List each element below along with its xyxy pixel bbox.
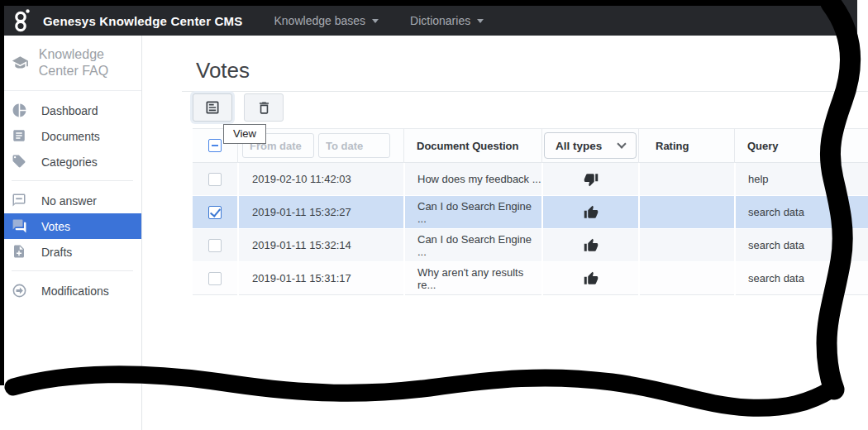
genesys-logo-icon <box>12 8 33 33</box>
document-icon <box>12 128 28 145</box>
menu-label: Knowledge bases <box>274 14 366 27</box>
column-header-question: Document Question <box>417 140 519 152</box>
view-tooltip: View <box>223 124 266 144</box>
sidebar-item-label: Modifications <box>41 284 109 298</box>
draft-add-icon <box>12 244 28 260</box>
row-checkbox[interactable] <box>208 272 222 285</box>
graduation-cap-icon <box>12 52 29 74</box>
sidebar-item-documents[interactable]: Documents <box>0 123 141 149</box>
table-row[interactable]: 2019-01-11 15:32:27 Can I do Search Engi… <box>193 196 868 229</box>
table-row[interactable]: 2019-01-11 15:31:17 Why aren't any resul… <box>193 262 868 295</box>
sidebar-item-label: Categories <box>41 155 98 169</box>
cell-query: search data <box>734 229 868 262</box>
cell-question: How does my feedback ... <box>403 163 541 196</box>
sidebar-item-label: Drafts <box>41 246 72 259</box>
menu-dictionaries[interactable]: Dictionaries <box>410 14 484 27</box>
vote-thumb-icon <box>541 196 638 229</box>
cell-query: search data <box>734 196 868 229</box>
sidebar-item-categories[interactable]: Categories <box>0 149 141 174</box>
sidebar: Knowledge Center FAQ Dashboard Documents… <box>0 36 142 430</box>
cell-date: 2019-01-11 15:32:27 <box>237 196 403 229</box>
menu-knowledge-bases[interactable]: Knowledge bases <box>274 14 379 27</box>
table-row[interactable]: 2019-01-11 15:32:14 Can I do Search Engi… <box>193 229 868 262</box>
votes-table: Document Question All types Rating Query <box>193 128 868 295</box>
select-all-checkbox[interactable] <box>208 139 222 152</box>
cell-query: help <box>734 163 868 196</box>
sidebar-item-modifications[interactable]: Modifications <box>0 278 141 303</box>
sidebar-item-dashboard[interactable]: Dashboard <box>0 98 141 123</box>
column-header-rating: Rating <box>656 140 689 152</box>
type-filter-value: All types <box>556 140 602 152</box>
knowledge-base-header[interactable]: Knowledge Center FAQ <box>0 36 141 91</box>
cell-rating <box>638 262 734 295</box>
arrow-circle-icon <box>12 283 28 299</box>
cell-question: Why aren't any results re... <box>403 262 541 295</box>
sidebar-item-votes[interactable]: Votes <box>0 213 141 239</box>
cell-date: 2019-01-11 15:31:17 <box>237 262 403 295</box>
main-content: Votes View <box>143 36 868 430</box>
view-button[interactable] <box>193 93 232 122</box>
vote-thumb-icon <box>541 163 638 196</box>
sidebar-nav: Dashboard Documents Categories No answ <box>0 91 141 303</box>
cell-rating <box>638 163 734 196</box>
view-document-icon <box>204 99 221 116</box>
divider <box>12 270 133 271</box>
cell-date: 2019-02-10 11:42:03 <box>237 163 403 196</box>
row-checkbox[interactable] <box>208 173 222 186</box>
chevron-down-icon <box>617 139 626 148</box>
cell-question: Can I do Search Engine ... <box>403 196 541 229</box>
to-date-input[interactable] <box>318 133 390 158</box>
sidebar-item-label: Votes <box>41 220 70 233</box>
type-filter-dropdown[interactable]: All types <box>544 132 637 159</box>
vote-thumb-icon <box>541 229 638 262</box>
sidebar-item-label: Dashboard <box>41 104 98 117</box>
row-checkbox[interactable] <box>208 206 222 219</box>
sidebar-item-label: Documents <box>41 130 100 143</box>
knowledge-base-title: Knowledge Center FAQ <box>39 46 135 79</box>
cell-date: 2019-01-11 15:32:14 <box>237 229 403 262</box>
toolbar <box>193 93 284 122</box>
column-header-query: Query <box>747 140 779 152</box>
row-checkbox[interactable] <box>208 239 222 252</box>
sidebar-item-label: No answer <box>41 194 97 208</box>
app-title: Genesys Knowledge Center CMS <box>43 14 243 28</box>
tag-icon <box>12 154 28 170</box>
cell-query: search data <box>734 262 868 295</box>
no-answer-bubble-icon <box>12 193 28 209</box>
trash-icon <box>256 100 272 116</box>
chevron-down-icon <box>477 19 484 23</box>
divider <box>182 91 868 92</box>
cell-question: Can I do Search Engine ... <box>403 229 541 262</box>
delete-button[interactable] <box>244 93 284 122</box>
table-row[interactable]: 2019-02-10 11:42:03 How does my feedback… <box>193 163 868 196</box>
pie-chart-icon <box>12 103 28 119</box>
cell-rating <box>638 196 734 229</box>
vote-thumb-icon <box>541 262 638 295</box>
cell-rating <box>638 229 734 262</box>
sidebar-item-drafts[interactable]: Drafts <box>0 239 141 265</box>
sidebar-item-no-answer[interactable]: No answer <box>0 188 141 213</box>
divider <box>12 180 133 181</box>
table-header-row: Document Question All types Rating Query <box>193 128 868 163</box>
menu-label: Dictionaries <box>410 14 470 27</box>
chevron-down-icon <box>372 19 379 23</box>
top-navbar: Genesys Knowledge Center CMS Knowledge b… <box>0 0 857 36</box>
page-title: Votes <box>196 58 250 84</box>
chat-bubbles-icon <box>12 218 28 235</box>
app-window: Genesys Knowledge Center CMS Knowledge b… <box>0 0 868 430</box>
